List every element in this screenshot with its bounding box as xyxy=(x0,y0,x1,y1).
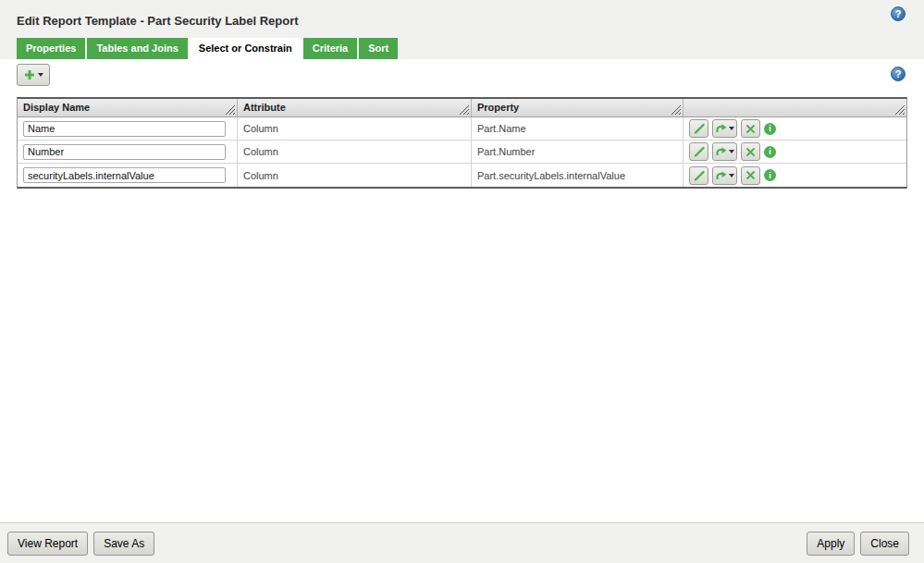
page-title: Edit Report Template - Part Security Lab… xyxy=(17,14,299,28)
help-icon-table[interactable]: ? xyxy=(891,67,906,81)
x-icon xyxy=(745,146,757,158)
chevron-down-icon xyxy=(729,127,734,130)
property-cell: Part.securityLabels.internalValue xyxy=(472,164,684,187)
actions-cell: i xyxy=(684,141,906,163)
edit-button[interactable] xyxy=(689,166,708,185)
tab-criteria[interactable]: Criteria xyxy=(303,38,358,59)
move-row-button[interactable] xyxy=(712,142,737,161)
property-cell: Part.Number xyxy=(472,141,684,163)
edit-button[interactable] xyxy=(689,119,708,138)
column-resize-handle[interactable] xyxy=(671,105,681,115)
chevron-down-icon xyxy=(729,174,734,177)
x-icon xyxy=(745,123,757,135)
curved-arrow-icon xyxy=(715,146,728,157)
tab-sort[interactable]: Sort xyxy=(359,38,398,59)
edit-report-template-window: Edit Report Template - Part Security Lab… xyxy=(0,0,924,563)
attribute-cell: Column xyxy=(238,117,472,140)
column-resize-handle[interactable] xyxy=(460,105,469,115)
column-header-display-name: Display Name xyxy=(18,99,238,116)
display-name-input[interactable] xyxy=(23,121,226,137)
table-row: Column Part.Name xyxy=(18,117,906,141)
move-row-button[interactable] xyxy=(712,119,737,138)
close-button[interactable]: Close xyxy=(860,532,909,556)
column-header-attribute: Attribute xyxy=(238,99,472,116)
table-row: Column Part.Number xyxy=(18,141,906,164)
header: Edit Report Template - Part Security Lab… xyxy=(0,0,924,59)
actions-cell: i xyxy=(684,164,906,187)
x-icon xyxy=(745,169,757,181)
pencil-icon xyxy=(693,122,706,135)
move-row-button[interactable] xyxy=(712,166,737,185)
info-icon[interactable]: i xyxy=(764,169,776,181)
tab-select-or-constrain[interactable]: Select or Constrain xyxy=(190,38,302,59)
footer-action-bar: View Report Save As Apply Close xyxy=(0,522,924,563)
attribute-cell: Column xyxy=(238,164,472,187)
column-resize-handle[interactable] xyxy=(895,105,905,115)
remove-button[interactable] xyxy=(741,119,760,138)
select-columns-table: Display Name Attribute Property xyxy=(17,97,907,189)
curved-arrow-icon xyxy=(715,170,728,181)
edit-button[interactable] xyxy=(689,142,708,161)
pencil-icon xyxy=(693,169,706,182)
question-mark-glyph: ? xyxy=(895,68,902,80)
view-report-button[interactable]: View Report xyxy=(7,532,88,556)
column-header-property: Property xyxy=(472,99,684,116)
question-mark-glyph: ? xyxy=(895,8,902,19)
tab-properties[interactable]: Properties xyxy=(17,38,85,59)
curved-arrow-icon xyxy=(715,123,728,134)
remove-button[interactable] xyxy=(741,142,760,161)
column-resize-handle[interactable] xyxy=(226,105,235,115)
apply-button[interactable]: Apply xyxy=(807,532,855,556)
actions-cell: i xyxy=(684,117,906,140)
table-row: Column Part.securityLabels.internalValue xyxy=(18,164,906,187)
display-name-input[interactable] xyxy=(23,167,226,183)
attribute-cell: Column xyxy=(238,141,472,163)
property-cell: Part.Name xyxy=(472,117,684,140)
tab-tables-and-joins[interactable]: Tables and Joins xyxy=(87,38,187,59)
display-name-cell xyxy=(18,141,238,163)
add-column-button[interactable] xyxy=(17,64,50,86)
chevron-down-icon xyxy=(38,73,43,77)
plus-icon xyxy=(24,69,35,80)
column-header-actions xyxy=(684,99,906,116)
info-icon[interactable]: i xyxy=(764,123,776,135)
table-header-row: Display Name Attribute Property xyxy=(18,99,906,117)
help-icon[interactable]: ? xyxy=(891,6,906,21)
pencil-icon xyxy=(693,145,706,158)
chevron-down-icon xyxy=(729,150,734,153)
save-as-button[interactable]: Save As xyxy=(93,532,154,556)
toolbar: ? xyxy=(0,59,924,97)
display-name-cell xyxy=(18,117,238,140)
display-name-input[interactable] xyxy=(23,144,226,160)
display-name-cell xyxy=(18,164,238,187)
remove-button[interactable] xyxy=(741,166,760,185)
tab-bar: Properties Tables and Joins Select or Co… xyxy=(17,38,398,59)
info-icon[interactable]: i xyxy=(764,146,776,158)
